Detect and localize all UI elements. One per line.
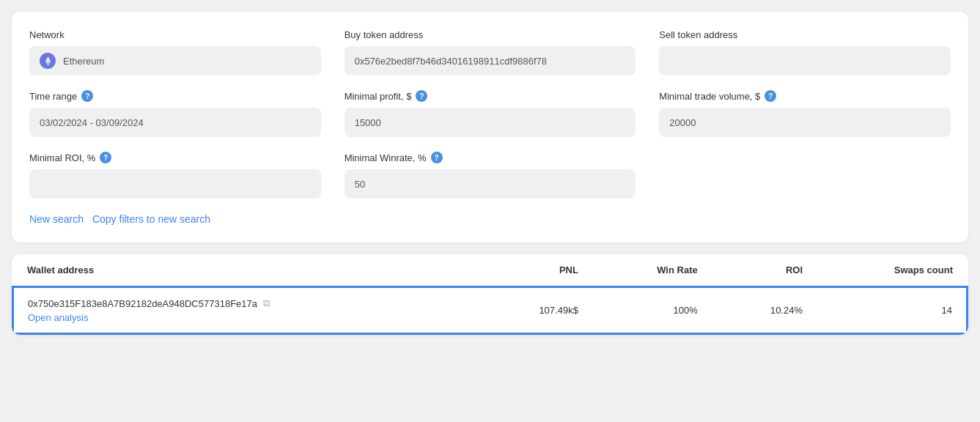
minimal-winrate-filter-group: Minimal Winrate, % ? (345, 152, 636, 199)
network-filter-group: Network Ethereum (29, 29, 321, 75)
new-search-link[interactable]: New search (29, 213, 84, 225)
minimal-winrate-input[interactable] (345, 169, 636, 199)
wallet-address-line: 0x750e315F183e8A7B92182deA948DC577318Fe1… (28, 297, 462, 309)
col-pnl: PNL (476, 254, 593, 286)
table-header: Wallet address PNL Win Rate ROI Swaps co… (12, 254, 968, 286)
col-roi: ROI (712, 254, 817, 286)
time-range-input[interactable] (29, 108, 321, 137)
filter-grid: Network Ethereum Buy token address (29, 29, 951, 199)
roi-cell: 10.24% (712, 286, 817, 334)
open-analysis-link[interactable]: Open analysis (28, 312, 462, 323)
minimal-trade-filter-group: Minimal trade volume, $ ? (659, 90, 951, 137)
time-range-filter-group: Time range ? (29, 90, 321, 137)
col-swaps: Swaps count (817, 254, 968, 286)
minimal-winrate-label: Minimal Winrate, % ? (345, 152, 636, 163)
col-winrate: Win Rate (593, 254, 712, 286)
table-header-row: Wallet address PNL Win Rate ROI Swaps co… (12, 254, 968, 286)
buy-token-label: Buy token address (345, 29, 636, 40)
wallet-cell: 0x750e315F183e8A7B92182deA948DC577318Fe1… (12, 286, 476, 334)
network-label: Network (29, 29, 321, 40)
minimal-roi-filter-group: Minimal ROI, % ? (29, 152, 321, 199)
action-links: New search Copy filters to new search (29, 213, 951, 225)
copy-icon[interactable]: ⧉ (263, 297, 270, 309)
minimal-roi-input[interactable] (29, 169, 321, 199)
minimal-roi-label: Minimal ROI, % ? (29, 152, 321, 163)
sell-token-label: Sell token address (659, 29, 951, 40)
wallet-address-cell: 0x750e315F183e8A7B92182deA948DC577318Fe1… (28, 297, 462, 323)
wallet-address-text: 0x750e315F183e8A7B92182deA948DC577318Fe1… (28, 298, 257, 309)
network-input[interactable]: Ethereum (29, 46, 321, 75)
col-wallet: Wallet address (12, 254, 476, 286)
minimal-winrate-help-icon[interactable]: ? (431, 152, 443, 163)
minimal-trade-label: Minimal trade volume, $ ? (659, 90, 951, 102)
minimal-profit-input[interactable] (345, 108, 636, 137)
time-range-label: Time range ? (29, 90, 321, 102)
table-body: 0x750e315F183e8A7B92182deA948DC577318Fe1… (12, 286, 968, 334)
minimal-roi-help-icon[interactable]: ? (100, 152, 111, 163)
minimal-trade-help-icon[interactable]: ? (765, 90, 776, 102)
table-row: 0x750e315F183e8A7B92182deA948DC577318Fe1… (12, 286, 968, 334)
results-table: Wallet address PNL Win Rate ROI Swaps co… (12, 254, 968, 335)
filter-card: Network Ethereum Buy token address (12, 12, 968, 243)
minimal-trade-input[interactable] (659, 108, 951, 137)
minimal-profit-filter-group: Minimal profit, $ ? (345, 90, 636, 137)
ethereum-icon (40, 53, 56, 69)
network-value: Ethereum (63, 56, 104, 67)
buy-token-input[interactable] (345, 46, 636, 75)
swaps-cell: 14 (817, 286, 968, 334)
results-table-card: Wallet address PNL Win Rate ROI Swaps co… (12, 254, 968, 335)
copy-filters-link[interactable]: Copy filters to new search (92, 213, 210, 225)
minimal-profit-label: Minimal profit, $ ? (345, 90, 636, 102)
winrate-cell: 100% (593, 286, 712, 334)
buy-token-filter-group: Buy token address (345, 29, 636, 75)
minimal-profit-help-icon[interactable]: ? (416, 90, 427, 102)
pnl-cell: 107.49k$ (476, 286, 593, 334)
sell-token-input[interactable] (659, 46, 951, 75)
time-range-help-icon[interactable]: ? (81, 90, 93, 102)
sell-token-filter-group: Sell token address (659, 29, 951, 75)
